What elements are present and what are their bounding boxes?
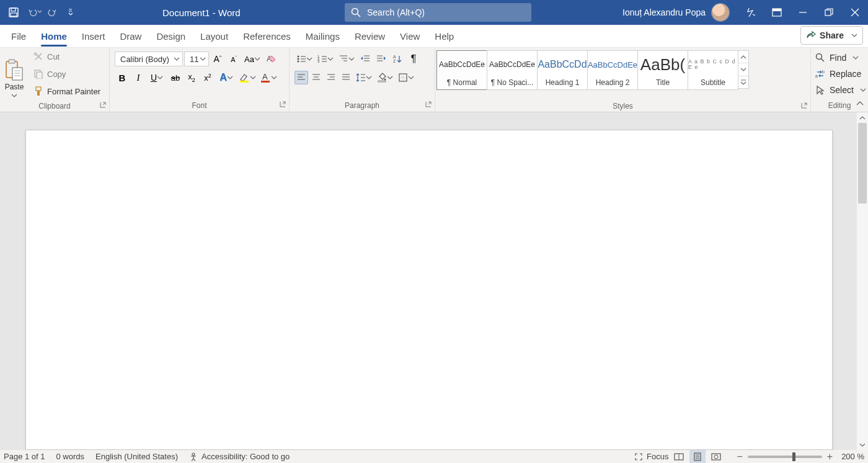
bullets-button[interactable] — [294, 52, 314, 66]
italic-button[interactable]: I — [131, 70, 146, 85]
change-case-button[interactable]: Aa — [242, 52, 262, 66]
word-count-status[interactable]: 0 words — [56, 452, 85, 461]
web-layout-button[interactable] — [708, 450, 724, 463]
tab-view[interactable]: View — [392, 25, 427, 47]
tab-draw[interactable]: Draw — [112, 25, 149, 47]
clipboard-group-label: Clipboard — [0, 100, 109, 112]
underline-button[interactable]: U — [147, 70, 167, 85]
styles-dialog-launcher[interactable] — [800, 102, 808, 109]
grow-font-button[interactable]: A^ — [210, 52, 225, 66]
zoom-handle[interactable] — [792, 452, 795, 461]
vertical-scrollbar[interactable] — [857, 112, 868, 450]
style-title[interactable]: AaBb( Title — [637, 50, 688, 90]
align-right-button[interactable] — [324, 71, 338, 84]
shading-button[interactable] — [375, 70, 395, 85]
svg-rect-2 — [11, 13, 17, 16]
multilevel-list-button[interactable] — [337, 52, 356, 66]
collapse-ribbon-button[interactable] — [854, 98, 866, 109]
style-subtitle[interactable]: A a B b C c D d E e Subtitle — [688, 50, 738, 90]
align-left-button[interactable] — [294, 71, 308, 84]
paste-button[interactable]: Paste — [0, 48, 29, 100]
styles-scroll-down[interactable] — [738, 63, 748, 76]
line-spacing-button[interactable] — [354, 70, 374, 85]
font-name-combo[interactable]: Calibri (Body) — [115, 52, 183, 66]
scroll-thumb[interactable] — [858, 123, 867, 204]
select-button[interactable]: Select — [815, 83, 868, 97]
redo-button[interactable] — [45, 4, 60, 20]
zoom-out-button[interactable]: − — [734, 451, 745, 462]
tab-design[interactable]: Design — [149, 25, 193, 47]
highlight-button[interactable] — [237, 70, 257, 85]
tab-mailings[interactable]: Mailings — [298, 25, 347, 47]
styles-expand[interactable] — [738, 76, 748, 88]
ribbon-display-options-button[interactable] — [764, 0, 790, 25]
font-color-button[interactable]: A — [259, 70, 278, 85]
style-heading-2[interactable]: AaBbCcDdEe Heading 2 — [587, 50, 638, 90]
borders-icon — [398, 73, 408, 83]
zoom-level[interactable]: 200 % — [841, 452, 864, 461]
shrink-font-button[interactable]: Aˇ — [226, 52, 241, 66]
page-number-status[interactable]: Page 1 of 1 — [4, 452, 45, 461]
accessibility-status[interactable]: Accessibility: Good to go — [189, 452, 290, 461]
tab-layout[interactable]: Layout — [193, 25, 236, 47]
strikethrough-button[interactable]: ab — [168, 70, 183, 85]
increase-indent-button[interactable] — [374, 52, 389, 66]
format-painter-button[interactable]: Format Painter — [31, 84, 107, 99]
tab-references[interactable]: References — [236, 25, 298, 47]
copy-button[interactable]: Copy — [31, 66, 107, 81]
clear-formatting-button[interactable]: A — [264, 52, 278, 66]
cut-button[interactable]: Cut — [31, 49, 107, 64]
paragraph-dialog-launcher[interactable] — [425, 101, 432, 108]
search-box[interactable]: Search (Alt+Q) — [345, 3, 531, 22]
style-no-spacing[interactable]: AaBbCcDdEe ¶ No Spaci... — [487, 50, 538, 90]
scroll-track[interactable] — [857, 123, 868, 439]
styles-scroll-up[interactable] — [738, 51, 748, 63]
numbering-button[interactable]: 123 — [316, 52, 335, 66]
font-color-icon: A — [260, 72, 271, 83]
undo-button[interactable] — [22, 4, 43, 20]
account-button[interactable]: Ionuț Alexandru Popa — [622, 4, 729, 21]
scroll-up-arrow[interactable] — [857, 112, 868, 123]
save-icon — [9, 7, 19, 17]
read-mode-button[interactable] — [671, 450, 687, 463]
focus-mode-button[interactable]: Focus — [634, 452, 668, 461]
chevron-down-icon — [327, 56, 334, 62]
tab-home[interactable]: Home — [33, 25, 74, 47]
minimize-button[interactable] — [790, 0, 816, 25]
tab-file[interactable]: File — [4, 25, 33, 47]
replace-button[interactable]: ab Replace — [815, 66, 868, 81]
superscript-button[interactable]: x2 — [200, 70, 215, 85]
save-button[interactable] — [6, 4, 21, 20]
tab-help[interactable]: Help — [427, 25, 461, 47]
maximize-button[interactable] — [816, 0, 842, 25]
font-dialog-launcher[interactable] — [279, 101, 286, 108]
bold-button[interactable]: B — [115, 70, 130, 85]
justify-button[interactable] — [339, 71, 353, 84]
subscript-button[interactable]: x2 — [184, 70, 199, 85]
text-effects-button[interactable]: A — [216, 70, 236, 85]
find-button[interactable]: Find — [815, 50, 868, 65]
multilevel-icon — [339, 54, 348, 64]
share-button[interactable]: Share — [800, 26, 863, 45]
zoom-in-button[interactable]: + — [825, 451, 835, 462]
document-page[interactable] — [25, 130, 833, 450]
tab-insert[interactable]: Insert — [74, 25, 113, 47]
decrease-indent-button[interactable] — [358, 52, 373, 66]
show-hide-button[interactable]: ¶ — [406, 52, 421, 66]
language-status[interactable]: English (United States) — [95, 452, 178, 461]
style-heading-1[interactable]: AaBbCcDd Heading 1 — [537, 50, 588, 90]
scroll-down-arrow[interactable] — [857, 439, 868, 450]
font-size-combo[interactable]: 11 — [184, 52, 209, 66]
close-button[interactable] — [842, 0, 868, 25]
zoom-slider[interactable] — [748, 456, 822, 458]
sort-button[interactable]: AZ — [390, 52, 405, 66]
borders-button[interactable] — [396, 70, 416, 85]
tab-review[interactable]: Review — [347, 25, 392, 47]
chevron-down-icon — [174, 56, 180, 62]
align-center-button[interactable] — [309, 71, 323, 84]
print-layout-button[interactable] — [689, 450, 706, 463]
coming-soon-button[interactable] — [738, 0, 764, 25]
style-normal[interactable]: AaBbCcDdEe ¶ Normal — [436, 50, 487, 90]
customize-qat-button[interactable] — [64, 4, 79, 20]
clipboard-dialog-launcher[interactable] — [99, 101, 107, 109]
